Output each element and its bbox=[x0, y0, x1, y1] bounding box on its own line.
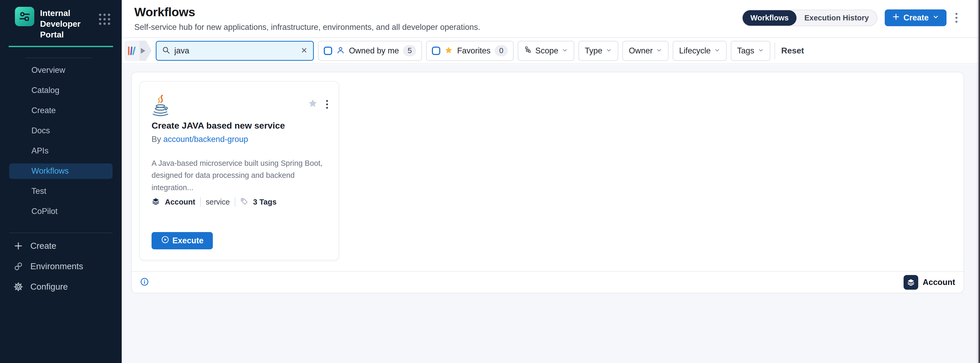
library-expander[interactable] bbox=[124, 41, 151, 61]
screen: Internal Developer Portal Overview Catal… bbox=[0, 0, 980, 363]
view-toggle: Workflows Execution History bbox=[742, 10, 877, 26]
card-kebab-icon[interactable] bbox=[325, 99, 329, 110]
play-circle-icon bbox=[161, 236, 169, 246]
owner-group-link[interactable]: account/backend-group bbox=[163, 135, 248, 144]
portal-logo-icon bbox=[15, 7, 34, 26]
clear-icon[interactable] bbox=[301, 47, 308, 55]
sidebar-footer-configure[interactable]: Configure bbox=[0, 277, 122, 297]
account-badge: Account bbox=[904, 275, 955, 290]
page-subtitle: Self-service hub for new applications, i… bbox=[134, 22, 480, 32]
tags-label: Tags bbox=[737, 46, 754, 56]
info-icon[interactable] bbox=[140, 277, 149, 287]
sidebar-item-overview[interactable]: Overview bbox=[0, 60, 122, 80]
favorites-checkbox[interactable] bbox=[432, 47, 440, 55]
workflow-card[interactable]: Create JAVA based new service By account… bbox=[140, 81, 339, 260]
page-header: Workflows Self-service hub for new appli… bbox=[122, 0, 980, 38]
tags-count[interactable]: 3 Tags bbox=[253, 198, 277, 206]
sidebar-item-docs[interactable]: Docs bbox=[0, 121, 122, 141]
kebab-menu-icon[interactable] bbox=[954, 11, 959, 24]
java-logo-icon bbox=[151, 94, 169, 117]
workflow-title: Create JAVA based new service bbox=[151, 121, 285, 131]
sidebar-footer-environments[interactable]: Environments bbox=[0, 256, 122, 277]
create-button-label: Create bbox=[904, 13, 929, 22]
app-title: Internal Developer Portal bbox=[40, 7, 102, 40]
chevron-down-icon bbox=[932, 13, 939, 22]
meta-divider bbox=[200, 197, 201, 207]
tags-dropdown[interactable]: Tags bbox=[731, 41, 770, 61]
workflow-meta: Account service 3 Tags bbox=[151, 197, 277, 207]
sidebar-item-apis[interactable]: APIs bbox=[0, 141, 122, 161]
panel-footer: Account bbox=[132, 271, 964, 293]
apps-grid-icon[interactable] bbox=[99, 14, 110, 25]
sidebar-item-workflows[interactable]: Workflows bbox=[9, 164, 113, 179]
reset-button[interactable]: Reset bbox=[781, 46, 804, 56]
type-label: Type bbox=[585, 46, 602, 56]
workflow-owner: By account/backend-group bbox=[151, 135, 248, 144]
create-button[interactable]: Create bbox=[885, 10, 947, 26]
plus-icon bbox=[892, 13, 900, 23]
description-line: A Java-based microservice built using Sp… bbox=[151, 157, 339, 169]
sidebar-item-test[interactable]: Test bbox=[0, 181, 122, 201]
card-actions bbox=[308, 99, 329, 110]
sidebar-footer-label: Configure bbox=[30, 282, 68, 292]
star-icon bbox=[444, 46, 453, 56]
sidebar-divider bbox=[25, 57, 92, 58]
play-triangle-icon bbox=[141, 48, 145, 54]
favorite-star-icon[interactable] bbox=[308, 99, 318, 110]
screen-edge bbox=[978, 0, 980, 363]
filter-bar: Owned by me 5 Favorites 0 bbox=[122, 38, 980, 64]
hierarchy-icon bbox=[524, 46, 532, 56]
owned-by-me-checkbox[interactable] bbox=[324, 47, 332, 55]
chevron-down-icon bbox=[606, 46, 612, 56]
expand-arrow bbox=[140, 41, 151, 61]
type-value: service bbox=[206, 198, 230, 206]
lifecycle-dropdown[interactable]: Lifecycle bbox=[673, 41, 727, 61]
chevron-down-icon bbox=[562, 46, 568, 56]
workflow-description: A Java-based microservice built using Sp… bbox=[151, 157, 339, 194]
logo-row: Internal Developer Portal bbox=[0, 0, 122, 40]
by-prefix: By bbox=[151, 135, 161, 144]
search-input[interactable] bbox=[174, 46, 297, 56]
teal-accent-rule bbox=[9, 46, 113, 47]
sidebar-divider bbox=[9, 232, 113, 233]
gear-icon bbox=[13, 282, 24, 292]
chevron-down-icon bbox=[714, 46, 720, 56]
chevron-down-icon bbox=[656, 46, 662, 56]
favorites-filter[interactable]: Favorites 0 bbox=[426, 41, 514, 61]
plus-icon bbox=[13, 241, 24, 251]
meta-divider bbox=[235, 197, 235, 207]
tab-workflows[interactable]: Workflows bbox=[743, 10, 797, 25]
sidebar-footer: Create Environments bbox=[0, 236, 122, 297]
sidebar-item-copilot[interactable]: CoPilot bbox=[0, 201, 122, 221]
library-icon bbox=[124, 41, 140, 61]
owned-by-me-count: 5 bbox=[403, 45, 416, 56]
owner-label: Owner bbox=[629, 46, 652, 56]
person-icon bbox=[336, 46, 345, 56]
page-title: Workflows bbox=[134, 5, 195, 19]
account-badge-label: Account bbox=[923, 278, 955, 287]
sidebar-item-catalog[interactable]: Catalog bbox=[0, 80, 122, 100]
owned-by-me-filter[interactable]: Owned by me 5 bbox=[318, 41, 422, 61]
type-dropdown[interactable]: Type bbox=[579, 41, 618, 61]
sidebar-item-create[interactable]: Create bbox=[0, 100, 122, 121]
layers-icon bbox=[151, 197, 160, 207]
description-line: designed for data processing and backend… bbox=[151, 169, 339, 194]
execute-label: Execute bbox=[172, 236, 204, 245]
favorites-label: Favorites bbox=[457, 46, 490, 56]
scrollbar-track[interactable] bbox=[977, 0, 978, 363]
scope-dropdown[interactable]: Scope bbox=[518, 41, 574, 61]
scope-value: Account bbox=[165, 198, 195, 206]
sidebar-footer-create[interactable]: Create bbox=[0, 236, 122, 256]
execute-button[interactable]: Execute bbox=[151, 232, 213, 249]
chevron-down-icon bbox=[758, 46, 764, 56]
sidebar-nav: Overview Catalog Create Docs APIs Workfl… bbox=[0, 60, 122, 221]
main-content: Workflows Self-service hub for new appli… bbox=[122, 0, 980, 363]
content-area: Create JAVA based new service By account… bbox=[122, 64, 980, 363]
tab-execution-history[interactable]: Execution History bbox=[797, 10, 877, 25]
workflows-panel: Create JAVA based new service By account… bbox=[131, 72, 964, 293]
owned-by-me-label: Owned by me bbox=[349, 46, 399, 56]
sidebar-footer-label: Environments bbox=[30, 261, 83, 271]
scope-label: Scope bbox=[535, 46, 558, 56]
owner-dropdown[interactable]: Owner bbox=[622, 41, 668, 61]
sidebar-footer-label: Create bbox=[30, 241, 56, 251]
